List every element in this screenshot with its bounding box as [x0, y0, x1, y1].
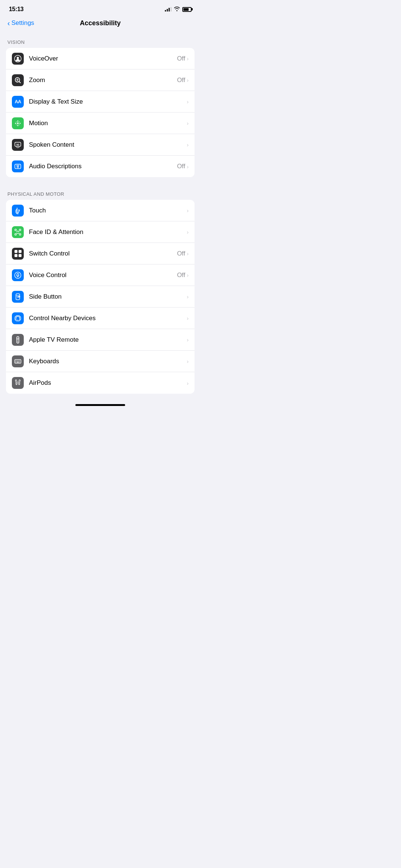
airpods-svg	[14, 379, 22, 387]
display-label: Display & Text Size	[29, 98, 83, 105]
sidebtn-row[interactable]: Side Button ›	[6, 286, 195, 308]
controlnearby-label: Control Nearby Devices	[29, 315, 96, 322]
zoom-icon	[12, 74, 24, 86]
touch-svg	[14, 207, 22, 214]
touch-chevron: ›	[187, 207, 189, 214]
audio-status: Off	[177, 163, 185, 170]
physical-group: Touch › Face I	[6, 200, 195, 394]
svg-point-34	[17, 338, 19, 339]
voiceover-row[interactable]: VoiceOver Off ›	[6, 48, 195, 69]
audio-icon	[12, 160, 24, 172]
spoken-row[interactable]: 90 Spoken Content ›	[6, 134, 195, 156]
airpods-icon	[12, 377, 24, 389]
svg-point-25	[18, 231, 19, 232]
zoom-status: Off	[177, 77, 185, 84]
audio-svg	[14, 163, 22, 170]
back-button[interactable]: ‹ Settings	[7, 19, 34, 27]
airpods-label: AirPods	[29, 379, 51, 387]
signal-icon	[165, 7, 172, 12]
svg-point-32	[17, 319, 18, 320]
svg-rect-44	[19, 362, 20, 363]
back-label: Settings	[12, 19, 34, 27]
voicecontrol-icon	[12, 269, 24, 281]
controlnearby-svg	[14, 315, 22, 322]
switchcontrol-icon	[12, 248, 24, 260]
svg-point-12	[16, 121, 17, 122]
wifi-icon	[174, 6, 180, 12]
nav-bar: ‹ Settings Accessibility	[0, 16, 200, 33]
voiceover-status: Off	[177, 55, 185, 62]
faceid-label: Face ID & Attention	[29, 228, 83, 236]
zoom-row[interactable]: Zoom Off ›	[6, 69, 195, 91]
svg-rect-21	[19, 229, 21, 231]
grid-icon	[14, 250, 22, 257]
keyboards-row[interactable]: Keyboards ›	[6, 351, 195, 372]
sidebtn-svg	[14, 293, 22, 300]
display-icon: AA	[12, 96, 24, 108]
faceid-icon	[12, 226, 24, 238]
back-chevron-icon: ‹	[7, 19, 10, 27]
appletv-svg	[14, 336, 22, 344]
status-bar: 15:13	[0, 0, 200, 16]
vision-section: VISION VoiceOver Off ›	[0, 33, 200, 177]
page-title: Accessibility	[80, 19, 121, 27]
motion-chevron: ›	[187, 120, 189, 126]
spoken-icon: 90	[12, 139, 24, 151]
svg-point-9	[20, 123, 21, 124]
status-icons	[165, 6, 192, 12]
svg-point-7	[17, 123, 19, 124]
motion-row[interactable]: Motion ›	[6, 113, 195, 134]
svg-rect-40	[18, 360, 19, 361]
airpods-row[interactable]: AirPods ›	[6, 372, 195, 394]
keyboards-label: Keyboards	[29, 358, 59, 365]
svg-rect-22	[15, 234, 16, 235]
controlnearby-row[interactable]: Control Nearby Devices ›	[6, 308, 195, 329]
svg-rect-20	[15, 229, 16, 231]
sidebtn-icon	[12, 291, 24, 303]
airpods-chevron: ›	[187, 380, 189, 386]
svg-rect-39	[17, 360, 17, 361]
voicecontrol-status: Off	[177, 272, 185, 279]
svg-rect-42	[16, 362, 16, 363]
audio-row[interactable]: Audio Descriptions Off ›	[6, 156, 195, 177]
svg-rect-37	[15, 360, 21, 363]
voiceover-svg	[14, 55, 22, 62]
status-time: 15:13	[9, 6, 23, 13]
spoken-chevron: ›	[187, 142, 189, 148]
display-row[interactable]: AA Display & Text Size ›	[6, 91, 195, 113]
touch-label: Touch	[29, 207, 46, 214]
sidebtn-chevron: ›	[187, 293, 189, 300]
faceid-svg	[14, 228, 22, 236]
svg-point-24	[16, 231, 17, 232]
appletv-row[interactable]: Apple TV Remote ›	[6, 329, 195, 351]
svg-rect-43	[17, 362, 19, 363]
svg-point-15	[19, 124, 20, 125]
vision-group: VoiceOver Off › Zoom Off	[6, 48, 195, 177]
voiceover-icon	[12, 53, 24, 65]
keyboards-icon	[12, 355, 24, 367]
voiceover-label: VoiceOver	[29, 55, 58, 62]
spoken-svg: 90	[14, 141, 22, 149]
keyboards-svg	[14, 358, 22, 365]
vision-section-label: VISION	[0, 33, 200, 48]
svg-point-19	[17, 166, 19, 168]
touch-row[interactable]: Touch ›	[6, 200, 195, 221]
zoom-svg	[14, 77, 22, 84]
zoom-chevron: ›	[187, 77, 189, 83]
appletv-chevron: ›	[187, 337, 189, 343]
voicecontrol-svg	[14, 272, 22, 279]
svg-line-3	[19, 81, 21, 83]
motion-icon	[12, 117, 24, 129]
voicecontrol-chevron: ›	[187, 272, 189, 278]
touch-icon	[12, 205, 24, 217]
keyboards-chevron: ›	[187, 358, 189, 364]
appletv-icon	[12, 334, 24, 346]
battery-icon	[182, 7, 192, 12]
svg-point-1	[17, 57, 19, 59]
switchcontrol-row[interactable]: Switch Control Off ›	[6, 243, 195, 264]
voicecontrol-row[interactable]: Voice Control Off ›	[6, 264, 195, 286]
voiceover-chevron: ›	[187, 55, 189, 62]
zoom-label: Zoom	[29, 77, 45, 84]
faceid-row[interactable]: Face ID & Attention ›	[6, 221, 195, 243]
svg-point-8	[15, 123, 16, 124]
